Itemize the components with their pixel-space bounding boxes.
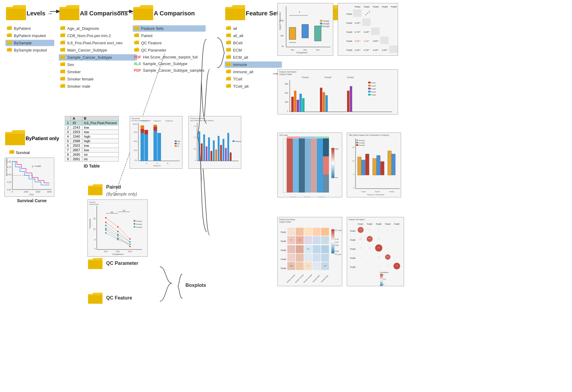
svg-point-46 [369, 11, 370, 12]
svg-point-328 [117, 226, 119, 228]
fs-bcell[interactable]: BCell [225, 40, 282, 46]
svg-rect-264 [153, 127, 157, 131]
svg-text:Group2: Group2 [304, 196, 310, 197]
acomp-feature-sets[interactable]: Feature Sets [133, 25, 206, 32]
folder-sm-icon [7, 33, 12, 38]
acomp-sample-cancer-pdf[interactable]: PDF Sample_Cancer_Subtype_samples [133, 67, 206, 73]
svg-text:Group3: Group3 [136, 226, 142, 228]
svg-point-346 [134, 220, 135, 222]
svg-text:Feat5: Feat5 [346, 49, 352, 52]
svg-text:Group2: Group2 [136, 223, 142, 225]
paired-chart-svg: Feature Scale Factor Parameter 4 8 12 16 [88, 200, 148, 257]
svg-text:12: 12 [93, 228, 96, 230]
comparison-il6[interactable]: IL6_Pos.Pixel.Percent excl_neo [59, 40, 137, 46]
bypatient-folder-icon [5, 130, 26, 147]
levels-item-bysample-imputed[interactable]: BySample imputed [5, 47, 54, 53]
paired-folder-row: Paired (BySample only) [87, 184, 137, 197]
comparison-smoker-female[interactable]: Smoker female [59, 76, 137, 82]
svg-rect-39 [353, 9, 362, 17]
acomp-sample-cancer-excel[interactable]: XLS Sample_Cancer_Subtype [133, 61, 206, 67]
qc-feature-section: QC Feature [87, 292, 132, 306]
fs-tcell-alt[interactable]: TCell_alt [225, 83, 282, 89]
comparison-age[interactable]: Age_at_Diagnosis [59, 25, 137, 32]
svg-rect-69 [294, 91, 296, 112]
folder-sm-icon [60, 26, 65, 31]
all-comparisons-folder-icon [59, 5, 80, 22]
svg-point-334 [129, 238, 131, 240]
svg-rect-70 [297, 100, 299, 112]
acomp-qc-feature[interactable]: QC Feature [133, 40, 206, 46]
svg-rect-78 [368, 82, 371, 83]
svg-text:****: **** [378, 247, 380, 249]
all-comparisons-section: All Comparisons → Age_at_Diagnosis CD8_N… [59, 5, 137, 90]
svg-rect-90 [287, 138, 293, 193]
svg-rect-77 [350, 86, 352, 112]
svg-rect-226 [380, 274, 383, 286]
folder-sm-icon [60, 77, 65, 82]
svg-text:high: high [177, 140, 180, 142]
svg-rect-86 [368, 94, 371, 96]
svg-text:0.86**: 0.86** [355, 40, 360, 42]
acomp-het-score[interactable]: PDF Het.Score_discrete_barplot_full [133, 54, 206, 60]
svg-rect-118 [388, 151, 391, 175]
svg-text:Feat5: Feat5 [371, 94, 376, 96]
svg-text:Parameter: Parameter [131, 118, 140, 119]
svg-rect-74 [323, 92, 325, 112]
svg-rect-93 [305, 138, 311, 193]
fs-immune[interactable]: immune [225, 61, 282, 68]
svg-text:0: 0 [12, 191, 13, 193]
pdf-icon: PDF [134, 68, 141, 73]
comparison-sex[interactable]: Sex [59, 61, 137, 68]
svg-text:FC_neg: FC_neg [335, 229, 341, 231]
acomp-paired[interactable]: Paired [133, 33, 206, 39]
folder-sm-icon [7, 48, 12, 53]
comparison-sample-cancer[interactable]: Sample_Cancer_Subtype [59, 54, 137, 61]
folder-sm-icon [134, 48, 139, 53]
levels-item-bysample[interactable]: BySample [5, 40, 54, 46]
fs-all[interactable]: all [225, 25, 282, 32]
svg-text:10: 10 [281, 45, 284, 47]
levels-item-bypatient-imputed[interactable]: ByPatient imputed [5, 33, 54, 39]
comparison-main-cancer[interactable]: Main_Cancer_Subtype [59, 47, 137, 53]
svg-point-350 [134, 226, 135, 228]
comparison-smoker[interactable]: Smoker [59, 69, 137, 75]
feature-sets-header: Feature Sets [225, 5, 282, 22]
svg-rect-259 [141, 129, 144, 133]
fs-immune-alt[interactable]: immune_alt [225, 69, 282, 75]
fs-tcell[interactable]: TCell [225, 76, 282, 82]
svg-point-197 [369, 229, 371, 231]
svg-text:int: int [177, 145, 179, 147]
svg-line-310 [106, 218, 118, 227]
id-table: A B 1 ID IL6_Pos.Pixel.Percent 2 2243 lo… [65, 116, 119, 162]
svg-point-348 [134, 223, 135, 225]
correlation-scatter-svg: Feat1 Feat2 Feat3 Feat4 Feat5 Feat1 Feat… [338, 3, 398, 56]
svg-text:Output Folder: Output Folder [279, 221, 292, 223]
svg-point-199 [387, 229, 388, 230]
svg-rect-128 [356, 140, 358, 141]
comparison-smoker-male[interactable]: Smoker male [59, 83, 137, 89]
sample-profile-container: Feature Set Name Output Folder Group1 Gr… [277, 69, 322, 76]
acomp-qc-parameter[interactable]: QC Parameter [133, 47, 206, 53]
svg-text:FC_pos: FC_pos [335, 253, 341, 255]
a-comparison-list: Feature Sets Paired QC Feature QC Parame… [133, 25, 206, 73]
svg-rect-115 [373, 158, 376, 175]
svg-text:Gro: Gro [116, 250, 120, 252]
svg-rect-72 [302, 98, 305, 112]
fs-ecm[interactable]: ECM [225, 47, 282, 53]
svg-text:****: **** [368, 238, 371, 240]
svg-rect-156 [313, 236, 321, 244]
fs-all-alt[interactable]: all_alt [225, 33, 282, 39]
fs-ecm-alt[interactable]: ECM_alt [225, 54, 282, 61]
svg-rect-23 [320, 23, 322, 24]
comparison-cd8[interactable]: CD8_Num.Pos.per.mm.2 [59, 33, 137, 39]
levels-item-bypatient[interactable]: ByPatient [5, 25, 54, 32]
col-a: A [71, 116, 82, 121]
svg-rect-177 [331, 229, 334, 253]
svg-text:0.50**: 0.50** [382, 49, 387, 51]
svg-text:4: 4 [94, 248, 96, 250]
svg-text:low: low [177, 143, 180, 145]
svg-rect-159 [296, 245, 304, 253]
folder-sm-icon [134, 40, 139, 45]
svg-text:5: 5 [353, 174, 355, 175]
svg-point-206 [396, 238, 397, 240]
